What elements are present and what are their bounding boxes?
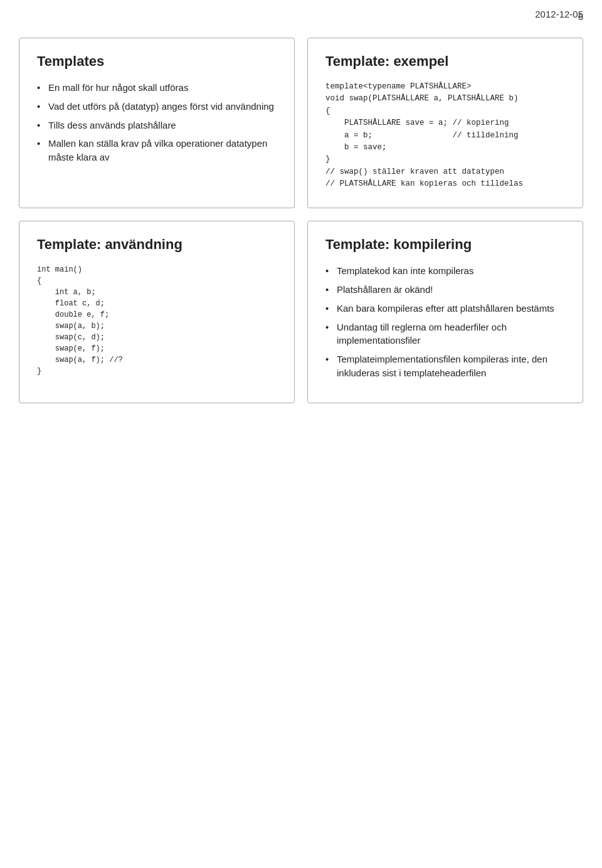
templates-card: Templates En mall för hur något skall ut…	[19, 38, 295, 208]
template-anvandning-title: Template: användning	[37, 236, 277, 253]
kompilering-bullet-3: Kan bara kompileras efter att platshålla…	[325, 302, 565, 315]
bullet-3: Tills dess används platshållare	[37, 119, 277, 132]
content-area: Templates En mall för hur något skall ut…	[0, 0, 602, 422]
bullet-1: En mall för hur något skall utföras	[37, 81, 277, 95]
templates-bullets: En mall för hur något skall utföras Vad …	[37, 81, 277, 164]
page-number: 6	[578, 11, 583, 22]
bullet-2: Vad det utförs på (datatyp) anges först …	[37, 100, 277, 114]
kompilering-bullet-2: Platshållaren är okänd!	[325, 283, 565, 297]
template-exempel-code: template<typename PLATSHÅLLARE> void swa…	[325, 81, 565, 190]
templates-title: Templates	[37, 53, 277, 70]
template-exempel-title: Template: exempel	[325, 53, 565, 70]
template-anvandning-card: Template: användning int main() { int a,…	[19, 221, 295, 403]
kompilering-bullet-5: Templateimplementationsfilen kompileras …	[325, 352, 565, 380]
header-date: 2012-12-05	[535, 9, 583, 19]
template-kompilering-card: Template: kompilering Templatekod kan in…	[307, 221, 583, 403]
kompilering-bullet-4: Undantag till reglerna om headerfiler oc…	[325, 320, 565, 348]
template-anvandning-code: int main() { int a, b; float c, d; doubl…	[37, 264, 277, 377]
bullet-4: Mallen kan ställa krav på vilka operatio…	[37, 137, 277, 164]
kompilering-bullet-1: Templatekod kan inte kompileras	[325, 264, 565, 278]
template-kompilering-bullets: Templatekod kan inte kompileras Platshål…	[325, 264, 565, 379]
template-exempel-card: Template: exempel template<typename PLAT…	[307, 38, 583, 208]
template-kompilering-title: Template: kompilering	[325, 236, 565, 253]
